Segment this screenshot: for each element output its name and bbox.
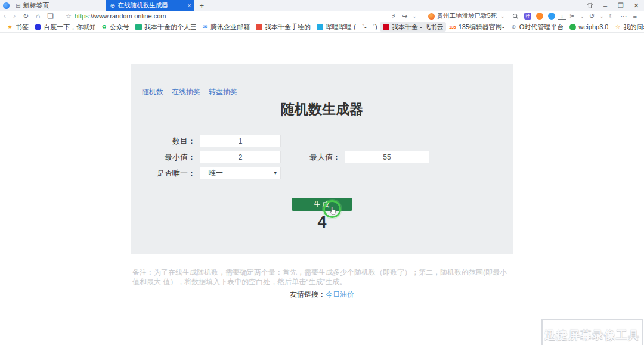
history-undo-icon[interactable]: ↺ bbox=[587, 13, 597, 20]
translate-icon[interactable]: 译 bbox=[524, 13, 531, 20]
tencent-mail-icon: ✉ bbox=[202, 24, 208, 30]
games-icon[interactable] bbox=[536, 13, 543, 20]
search-icon[interactable] bbox=[510, 13, 521, 20]
bookmark-item[interactable]: 百度一下，你就知 bbox=[32, 22, 98, 32]
window-controls: – ❐ ✕ bbox=[582, 2, 644, 10]
bookmark-item[interactable]: ✉腾讯企业邮箱 bbox=[199, 22, 253, 32]
hot-search-text: 贵州工地滑坡已致5死 bbox=[437, 12, 497, 20]
star-icon: ★ bbox=[7, 24, 13, 30]
url-rest: ://www.random-online.com bbox=[89, 13, 166, 20]
watermark: 迅捷屏幕录像工具 www.xunjieshipin.com bbox=[541, 319, 643, 345]
bookmark-item[interactable]: 135135编辑器官网- bbox=[446, 22, 507, 32]
night-mode-moon-icon[interactable]: ☾ bbox=[606, 13, 617, 20]
unique-label: 是否唯一： bbox=[131, 168, 200, 179]
count-row: 数目： bbox=[131, 135, 281, 147]
friend-links: 友情链接：今日油价 bbox=[0, 290, 644, 300]
bookmark-item[interactable]: 哔哩哔哩 ( ゜- ゜)つ bbox=[314, 22, 380, 32]
divider bbox=[422, 13, 422, 19]
maximize-button[interactable]: ❐ bbox=[613, 2, 628, 10]
reload-icon[interactable]: ↻ bbox=[19, 12, 32, 20]
chevron-down-icon: ⌄ bbox=[499, 13, 506, 19]
bookmark-item[interactable]: 我本千金手绘的 bbox=[253, 22, 314, 32]
bookmark-star-icon[interactable]: ☆ bbox=[63, 13, 75, 20]
friend-links-label: 友情链接： bbox=[290, 290, 326, 299]
share-icon[interactable]: ↪ bbox=[400, 13, 410, 20]
note-text: 备注：为了在线生成随机数，需要确定两个量：首先，需要生成多少个随机数（即数字）；… bbox=[132, 268, 513, 287]
bookmark-item[interactable]: 我本千金的个人三 bbox=[132, 22, 199, 32]
generator-card: 随机数 在线抽奖 转盘抽奖 随机数生成器 数目： 最小值： 最大值： 是否唯一：… bbox=[131, 64, 513, 254]
unique-row: 是否唯一： 唯一 ▾ bbox=[131, 167, 281, 179]
baidu-icon bbox=[35, 24, 41, 30]
home-icon[interactable]: ⌂ bbox=[32, 12, 44, 20]
friend-link-oil-price[interactable]: 今日油价 bbox=[326, 290, 354, 299]
generate-button[interactable]: 生成 bbox=[292, 198, 352, 211]
hot-search-icon bbox=[428, 13, 435, 20]
active-tab[interactable]: ⊕ 在线随机数生成器 × bbox=[106, 0, 194, 11]
bookmark-item[interactable]: ⊕O时代管理平台 bbox=[507, 22, 567, 32]
min-row: 最小值： bbox=[131, 151, 281, 163]
weiphp-icon bbox=[569, 24, 576, 30]
download-icon[interactable]: ↓ bbox=[558, 13, 566, 20]
count-label: 数目： bbox=[131, 136, 200, 147]
min-input[interactable] bbox=[200, 151, 281, 163]
handdrawn-icon bbox=[256, 24, 262, 30]
tab-bar: ⊞ 新标签页 ⊕ 在线随机数生成器 × + – ❐ ✕ bbox=[0, 0, 644, 11]
max-input[interactable] bbox=[345, 151, 429, 163]
select-caret-icon: ▾ bbox=[274, 167, 277, 179]
bookmark-item[interactable]: ☆我的问卷 bbox=[611, 22, 644, 32]
tab-title: 在线随机数生成器 bbox=[118, 1, 185, 10]
chevron-down-icon[interactable]: ⌄ bbox=[578, 13, 586, 19]
chevron-down-icon[interactable]: ⌄ bbox=[598, 13, 605, 19]
globe-icon: ⊕ bbox=[510, 24, 517, 30]
screenshot-scissors-icon[interactable]: ✂ bbox=[567, 13, 577, 20]
bookmark-item[interactable]: ★书签 bbox=[4, 22, 32, 32]
url-scheme: https bbox=[75, 13, 89, 20]
flash-icon[interactable]: ⚡ bbox=[389, 13, 398, 20]
chevron-down-icon[interactable]: ⌄ bbox=[411, 13, 418, 19]
new-tab-page-button[interactable]: ⊞ 新标签页 bbox=[13, 1, 55, 10]
more-icon[interactable]: ⋯ bbox=[618, 13, 630, 20]
min-label: 最小值： bbox=[131, 152, 200, 163]
tab-close-icon[interactable]: × bbox=[188, 2, 191, 9]
bookmark-item[interactable]: 我本千金 - 飞书云 bbox=[380, 22, 446, 32]
watermark-frame: 迅捷屏幕录像工具 www.xunjieshipin.com bbox=[544, 322, 640, 345]
url-text[interactable]: https://www.random-online.com bbox=[75, 13, 166, 20]
address-bar-tools: ⚡ ↪ ⌄ 贵州工地滑坡已致5死 ⌄ 译 ↓ ✂ ⌄ ↺ ⌄ ☾ ⋯ ≡ bbox=[389, 12, 644, 20]
bookmarks-bar: ★书签 百度一下，你就知 ♻公众号 我本千金的个人三 ✉腾讯企业邮箱 我本千金手… bbox=[0, 21, 644, 33]
max-label: 最大值： bbox=[285, 152, 345, 163]
max-row: 最大值： bbox=[285, 151, 429, 163]
editor135-icon: 135 bbox=[449, 24, 456, 30]
minimize-button[interactable]: – bbox=[597, 2, 613, 9]
nav-random-number[interactable]: 随机数 bbox=[142, 87, 163, 97]
hot-search[interactable]: 贵州工地滑坡已致5死 ⌄ bbox=[426, 12, 509, 20]
grid-icon: ⊞ bbox=[16, 2, 20, 9]
new-tab-page-label: 新标签页 bbox=[23, 1, 49, 10]
site-nav: 随机数 在线抽奖 转盘抽奖 bbox=[142, 87, 237, 97]
web-page: 随机数 在线抽奖 转盘抽奖 随机数生成器 数目： 最小值： 最大值： 是否唯一：… bbox=[0, 33, 644, 345]
page-title: 随机数生成器 bbox=[131, 100, 513, 119]
generated-result: 4 bbox=[131, 213, 513, 232]
personal-site-icon bbox=[135, 24, 142, 30]
video-icon[interactable] bbox=[548, 13, 555, 20]
browser-logo-icon bbox=[3, 2, 10, 9]
nav-wheel-lottery[interactable]: 转盘抽奖 bbox=[209, 87, 237, 97]
nav-online-lottery[interactable]: 在线抽奖 bbox=[172, 87, 200, 97]
bookmark-item[interactable]: ♻公众号 bbox=[98, 22, 132, 32]
forward-icon[interactable]: › bbox=[10, 12, 19, 20]
menu-icon[interactable]: ≡ bbox=[631, 13, 639, 20]
feishu-icon bbox=[383, 24, 389, 30]
close-button[interactable]: ✕ bbox=[628, 2, 644, 10]
address-bar: ‹ › ↻ ⌂ ❏ ☆ https://www.random-online.co… bbox=[0, 11, 644, 21]
reading-mode-icon[interactable]: ❏ bbox=[44, 12, 57, 20]
bookmark-item[interactable]: weiphp3.0 bbox=[566, 22, 611, 32]
divider bbox=[60, 13, 60, 19]
bilibili-icon bbox=[317, 24, 323, 30]
new-tab-button[interactable]: + bbox=[194, 1, 209, 10]
theme-skin-icon[interactable] bbox=[582, 2, 597, 10]
unique-select[interactable]: 唯一 ▾ bbox=[200, 167, 281, 179]
survey-star-icon: ☆ bbox=[614, 24, 621, 30]
wechat-official-icon: ♻ bbox=[101, 24, 107, 30]
back-icon[interactable]: ‹ bbox=[0, 12, 10, 20]
globe-icon: ⊕ bbox=[110, 2, 114, 9]
count-input[interactable] bbox=[200, 135, 281, 147]
